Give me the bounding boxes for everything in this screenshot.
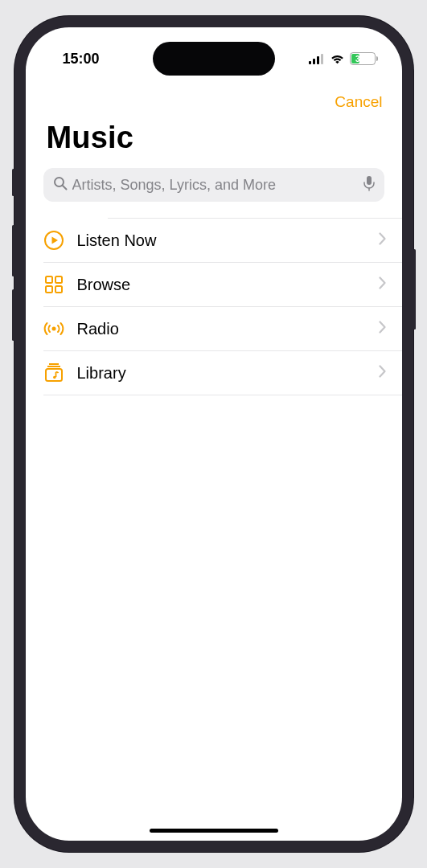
screen: 15:00 <box>26 27 402 841</box>
menu-item-label: Browse <box>77 276 366 294</box>
menu-item-library[interactable]: Library <box>43 351 402 395</box>
device-frame: 15:00 <box>14 16 413 852</box>
svg-point-13 <box>51 327 55 331</box>
wifi-icon <box>330 53 345 64</box>
menu-item-browse[interactable]: Browse <box>43 263 402 307</box>
svg-point-15 <box>53 376 56 379</box>
menu-item-label: Library <box>77 364 366 383</box>
menu-item-radio[interactable]: Radio <box>43 307 402 351</box>
library-icon <box>43 362 64 383</box>
svg-rect-1 <box>313 59 315 64</box>
menu-item-label: Radio <box>77 320 366 338</box>
svg-rect-6 <box>367 176 372 185</box>
svg-rect-12 <box>55 286 62 293</box>
battery-icon: 35⚡︎ <box>350 52 378 65</box>
nav-bar: Cancel <box>26 80 402 117</box>
svg-rect-14 <box>46 369 62 381</box>
chevron-right-icon <box>379 365 386 381</box>
chevron-right-icon <box>379 232 386 248</box>
cellular-icon <box>309 54 325 64</box>
svg-rect-0 <box>309 61 311 64</box>
svg-rect-3 <box>321 54 323 64</box>
search-input[interactable] <box>72 177 359 194</box>
svg-rect-10 <box>55 276 62 283</box>
cancel-button[interactable]: Cancel <box>335 93 382 111</box>
microphone-icon[interactable] <box>363 175 375 194</box>
page-title: Music <box>26 117 402 168</box>
svg-rect-2 <box>317 56 319 64</box>
svg-rect-11 <box>46 286 52 293</box>
svg-line-5 <box>63 186 67 190</box>
power-button <box>413 249 416 330</box>
status-time: 15:00 <box>63 51 143 68</box>
chevron-right-icon <box>379 321 386 337</box>
radio-icon <box>43 318 64 339</box>
menu-list: Listen Now Browse <box>26 218 402 395</box>
volume-up-button <box>12 225 14 276</box>
mute-switch <box>12 169 14 196</box>
battery-percent: 35 <box>355 55 364 63</box>
chevron-right-icon <box>379 276 386 293</box>
search-field[interactable] <box>43 168 384 202</box>
search-icon <box>53 176 68 194</box>
svg-rect-9 <box>46 276 52 283</box>
dynamic-island <box>153 42 275 76</box>
menu-item-listen-now[interactable]: Listen Now <box>43 219 402 263</box>
grid-icon <box>43 274 64 295</box>
volume-down-button <box>12 289 14 341</box>
home-indicator[interactable] <box>150 829 278 833</box>
menu-item-label: Listen Now <box>77 231 366 250</box>
play-circle-icon <box>43 230 64 251</box>
